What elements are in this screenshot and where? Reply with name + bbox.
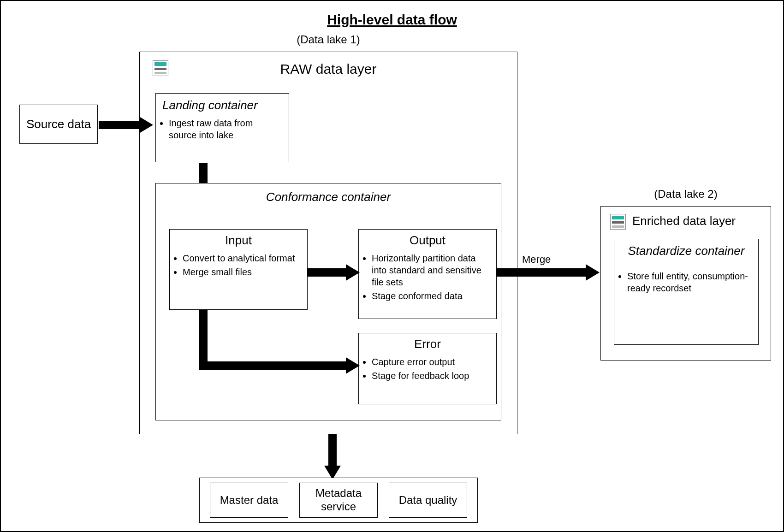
datalake2-label: (Data lake 2) xyxy=(600,188,771,201)
source-data-box: Source data xyxy=(19,105,98,144)
input-bullet-2: Merge small files xyxy=(183,266,301,278)
output-bullet-1: Horizontally partition data into standar… xyxy=(372,252,490,288)
input-title: Input xyxy=(170,230,307,250)
input-bullet-1: Convert to analytical format xyxy=(183,252,301,264)
output-bullet-2: Stage conformed data xyxy=(372,290,490,302)
enriched-layer-box: Enriched data layer Standardize containe… xyxy=(600,206,771,361)
diagram-canvas: High-level data flow (Data lake 1) RAW d… xyxy=(0,0,784,532)
arrowhead-input-to-error xyxy=(346,357,360,374)
arrow-raw-to-services xyxy=(328,434,337,467)
output-title: Output xyxy=(359,230,496,250)
landing-bullet-1: Ingest raw data from source into lake xyxy=(169,117,282,141)
standardize-title: Standardize container xyxy=(614,239,758,261)
landing-container-box: Landing container Ingest raw data from s… xyxy=(155,93,289,162)
output-box: Output Horizontally partition data into … xyxy=(358,229,497,319)
service-master-data: Master data xyxy=(210,483,288,518)
standardize-bullet-1: Store full entity, consumption-ready rec… xyxy=(627,270,752,294)
arrow-input-to-error-h xyxy=(199,361,347,370)
error-bullet-1: Capture error output xyxy=(372,356,490,368)
arrow-input-to-error-v xyxy=(199,310,208,370)
source-data-label: Source data xyxy=(26,117,91,131)
arrow-source-to-landing xyxy=(99,121,140,129)
service-metadata: Metadata service xyxy=(299,483,378,518)
diagram-title: High-level data flow xyxy=(1,12,783,28)
arrow-output-to-enriched xyxy=(497,268,587,277)
error-bullet-2: Stage for feedback loop xyxy=(372,370,490,382)
services-box: Master data Metadata service Data qualit… xyxy=(199,478,478,523)
error-title: Error xyxy=(359,333,496,354)
merge-label: Merge xyxy=(522,254,551,266)
datalake1-label: (Data lake 1) xyxy=(139,33,517,46)
service-data-quality: Data quality xyxy=(389,483,467,518)
conformance-title: Conformance container xyxy=(156,183,501,204)
arrowhead-source-to-landing xyxy=(139,117,153,133)
input-box: Input Convert to analytical format Merge… xyxy=(169,229,308,310)
raw-layer-title: RAW data layer xyxy=(140,61,517,77)
datalake-icon-2 xyxy=(610,214,626,230)
standardize-container-box: Standardize container Store full entity,… xyxy=(614,239,759,345)
arrow-input-to-output xyxy=(308,268,347,277)
error-box: Error Capture error output Stage for fee… xyxy=(358,333,497,404)
enriched-layer-title: Enriched data layer xyxy=(632,214,736,228)
arrowhead-input-to-output xyxy=(346,264,360,281)
arrowhead-output-to-enriched xyxy=(586,264,600,281)
landing-container-title: Landing container xyxy=(156,94,289,115)
